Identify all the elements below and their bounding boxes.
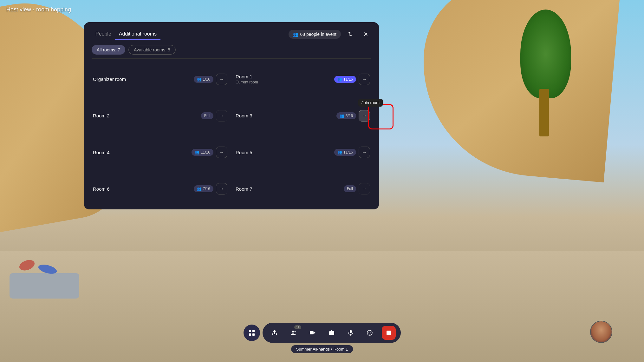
participants-count: 11 bbox=[294, 325, 301, 329]
room-count-organizer: 👥 1/16 bbox=[194, 76, 213, 83]
tree-trunk bbox=[539, 89, 549, 136]
join-btn-room5[interactable]: → bbox=[359, 147, 370, 158]
people-event-badge: 68 people in event bbox=[289, 30, 341, 39]
tab-people[interactable]: People bbox=[92, 29, 115, 40]
room-item-room5[interactable]: Room 5 👥 11/16 → bbox=[232, 135, 374, 170]
room-info-room6: 👥 7/16 → bbox=[194, 183, 227, 194]
user-avatar[interactable] bbox=[590, 321, 612, 343]
room-info-room3: 👥 5/16 Join room → bbox=[336, 110, 370, 122]
join-btn-room3-wrapper: Join room → bbox=[359, 110, 370, 122]
bg-tree bbox=[520, 10, 571, 136]
people-icon-room3: 👥 bbox=[340, 114, 344, 118]
svg-rect-3 bbox=[252, 333, 255, 336]
join-btn-organizer[interactable]: → bbox=[216, 74, 227, 85]
bg-arch-right bbox=[414, 0, 620, 182]
room-full-badge-room7: Full bbox=[344, 185, 356, 192]
room-info-room2: Full → bbox=[201, 110, 227, 122]
people-icon-organizer: 👥 bbox=[197, 77, 202, 82]
room-item-room1[interactable]: Room 1 Current room 👥 11/16 → bbox=[232, 61, 374, 97]
people-event-count: 68 people in event bbox=[300, 32, 336, 37]
room-item-room2[interactable]: Room 2 Full → bbox=[89, 98, 231, 134]
room-count-room1: 👥 11/16 bbox=[334, 76, 356, 83]
svg-rect-6 bbox=[310, 331, 314, 334]
app-title: Host view - room hopping bbox=[6, 6, 71, 13]
room-info-room7: Full → bbox=[344, 183, 370, 194]
tab-additional-rooms[interactable]: Additional rooms bbox=[115, 29, 160, 40]
room-count-room3: 👥 5/16 bbox=[336, 112, 356, 119]
svg-rect-15 bbox=[387, 331, 391, 335]
join-btn-room3[interactable]: → bbox=[359, 110, 370, 122]
people-icon-room1: 👥 bbox=[337, 77, 342, 82]
toolbar: 11 bbox=[244, 323, 401, 343]
close-button[interactable]: ✕ bbox=[360, 29, 371, 40]
available-rooms-filter[interactable]: Available rooms: 5 bbox=[128, 45, 176, 55]
people-icon-room6: 👥 bbox=[197, 187, 202, 191]
apps-button[interactable] bbox=[244, 325, 260, 341]
room-info-room5: 👥 11/16 → bbox=[334, 147, 370, 158]
join-room-tooltip: Join room bbox=[358, 99, 383, 107]
svg-point-4 bbox=[292, 331, 294, 332]
room-name-organizer: Organizer room bbox=[93, 76, 126, 82]
all-rooms-filter[interactable]: All rooms: 7 bbox=[92, 45, 125, 55]
room-item-room6[interactable]: Room 6 👥 7/16 → bbox=[89, 171, 231, 207]
room-item-organizer[interactable]: Organizer room 👥 1/16 → bbox=[89, 61, 231, 97]
header-right: 68 people in event ↻ ✕ bbox=[289, 29, 371, 40]
svg-point-13 bbox=[368, 332, 369, 332]
svg-marker-7 bbox=[314, 332, 315, 334]
people-icon-room5: 👥 bbox=[337, 150, 342, 155]
svg-point-12 bbox=[367, 330, 372, 335]
join-btn-room6[interactable]: → bbox=[216, 183, 227, 194]
leave-button[interactable] bbox=[382, 326, 396, 340]
room-name-room1: Room 1 Current room bbox=[236, 74, 258, 84]
people-icon bbox=[293, 32, 298, 37]
room-item-room4[interactable]: Room 4 👥 11/16 → bbox=[89, 135, 231, 170]
main-modal: People Additional rooms 68 people in eve… bbox=[84, 22, 379, 209]
svg-rect-10 bbox=[350, 330, 352, 333]
join-btn-room4[interactable]: → bbox=[216, 147, 227, 158]
rooms-grid: Organizer room 👥 1/16 → Room 1 Current r… bbox=[84, 59, 379, 209]
room-info-organizer: 👥 1/16 → bbox=[194, 74, 227, 85]
svg-rect-1 bbox=[252, 330, 255, 332]
room-item-room3[interactable]: Room 3 👥 5/16 Join room → bbox=[232, 98, 374, 134]
bg-sofa bbox=[10, 273, 79, 299]
emoji-button[interactable] bbox=[363, 326, 377, 340]
join-btn-room2[interactable]: → bbox=[216, 110, 227, 122]
refresh-button[interactable]: ↻ bbox=[345, 29, 356, 40]
filter-row: All rooms: 7 Available rooms: 5 bbox=[84, 40, 379, 58]
room-info-room4: 👥 11/16 → bbox=[192, 147, 227, 158]
svg-rect-2 bbox=[249, 333, 251, 336]
mic-button[interactable] bbox=[344, 326, 358, 340]
join-btn-room1[interactable]: → bbox=[359, 74, 370, 85]
participants-button[interactable]: 11 bbox=[287, 326, 301, 340]
camera-button[interactable] bbox=[325, 326, 339, 340]
room-count-room4: 👥 11/16 bbox=[192, 149, 213, 156]
svg-rect-0 bbox=[249, 330, 251, 332]
room-count-room6: 👥 7/16 bbox=[194, 185, 213, 192]
share-button[interactable] bbox=[268, 326, 282, 340]
room-info-room1: 👥 11/16 → bbox=[334, 74, 370, 85]
people-icon-room4: 👥 bbox=[195, 150, 199, 155]
room-count-room5: 👥 11/16 bbox=[334, 149, 356, 156]
svg-point-14 bbox=[370, 332, 371, 332]
svg-point-9 bbox=[330, 332, 333, 334]
room-full-badge-room2: Full bbox=[201, 112, 213, 119]
room-item-room7[interactable]: Room 7 Full → bbox=[232, 171, 374, 207]
avatar-face bbox=[591, 321, 612, 342]
toolbar-pill: 11 bbox=[263, 323, 401, 343]
svg-point-5 bbox=[294, 331, 296, 332]
record-button[interactable] bbox=[306, 326, 320, 340]
join-btn-room7[interactable]: → bbox=[359, 183, 370, 194]
status-bar: Summer All-hands • Room 1 bbox=[291, 345, 353, 353]
modal-header: People Additional rooms 68 people in eve… bbox=[84, 22, 379, 40]
tree-foliage bbox=[520, 10, 571, 98]
